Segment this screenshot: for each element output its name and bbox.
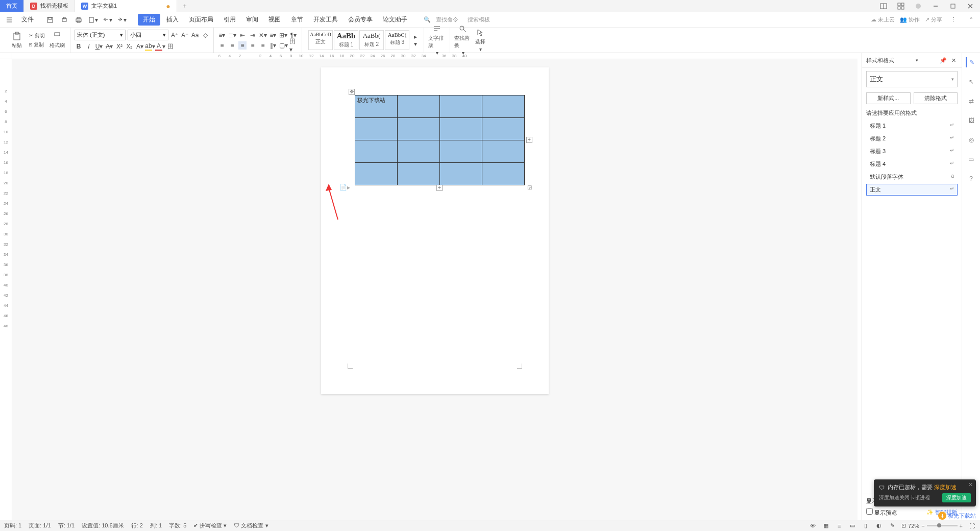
show-preview-checkbox[interactable]: 显示预览 <box>866 508 897 517</box>
menu-review[interactable]: 审阅 <box>242 13 262 26</box>
gear-icon[interactable]: ✎ <box>888 522 896 530</box>
print-icon[interactable] <box>72 14 85 26</box>
panel-pin-icon[interactable]: 📌 <box>939 56 947 64</box>
bullets-icon[interactable]: ≡▾ <box>218 31 226 39</box>
italic-icon[interactable]: I <box>85 42 93 51</box>
zoom-out-icon[interactable]: − <box>921 523 924 529</box>
tab-templates[interactable]: D 找稻壳模板 <box>24 0 75 12</box>
share-button[interactable]: ↗分享 <box>925 16 942 23</box>
strip-help-icon[interactable]: ? <box>966 174 976 184</box>
strip-pencil-icon[interactable]: ✎ <box>966 57 976 67</box>
status-page-of[interactable]: 页面: 1/1 <box>29 522 51 529</box>
layout-mode-icon[interactable] <box>877 1 890 12</box>
format-painter-button[interactable]: 格式刷 <box>48 32 66 49</box>
print-preview-icon[interactable] <box>58 14 70 26</box>
text-effect-icon[interactable]: A▾ <box>136 42 144 51</box>
table-cell[interactable] <box>398 95 440 118</box>
menu-view[interactable]: 视图 <box>264 13 285 26</box>
panel-close-icon[interactable]: ✕ <box>949 56 958 64</box>
align-justify-icon[interactable]: ≡ <box>249 41 257 50</box>
font-color-icon[interactable]: A▾ <box>156 42 164 51</box>
redo-icon[interactable]: ▾ <box>115 14 128 26</box>
new-style-button[interactable]: 新样式... <box>866 92 911 104</box>
menu-start[interactable]: 开始 <box>138 14 160 26</box>
table-cell[interactable] <box>440 140 482 163</box>
menu-dev-tools[interactable]: 开发工具 <box>309 13 342 26</box>
clear-format-button[interactable]: 清除格式 <box>914 92 958 104</box>
bold-icon[interactable]: B <box>75 42 83 51</box>
zoom-in-icon[interactable]: + <box>960 523 963 529</box>
clear-format-icon[interactable]: ◇ <box>201 31 209 39</box>
hamburger-icon[interactable] <box>3 14 15 26</box>
status-section[interactable]: 节: 1/1 <box>58 522 75 529</box>
collapse-ribbon-icon[interactable]: ⌃ <box>965 14 977 26</box>
view-focus-icon[interactable]: ◐ <box>875 522 883 530</box>
table-cell[interactable] <box>355 140 398 163</box>
strip-target-icon[interactable]: ◎ <box>966 135 976 145</box>
menu-paper[interactable]: 论文助手 <box>379 13 411 26</box>
table-cell[interactable]: 极光下载站 <box>355 95 398 118</box>
table-cell[interactable] <box>398 163 440 185</box>
add-tab-button[interactable]: ＋ <box>177 0 192 12</box>
strip-book-icon[interactable]: ▭ <box>966 154 976 164</box>
table-cell[interactable] <box>398 118 440 140</box>
tab-icon[interactable]: ⊞▾ <box>279 31 287 39</box>
status-words[interactable]: 字数: 5 <box>169 522 186 529</box>
style-list-item[interactable]: 默认段落字体a <box>866 171 958 183</box>
fullscreen-icon[interactable]: ⛶ <box>968 522 976 530</box>
style-gallery-h3[interactable]: AaBbC(标题 3 <box>385 30 409 50</box>
vertical-ruler[interactable]: 2468101214161820222426283032343638404244… <box>0 59 12 520</box>
font-size-combo[interactable]: 小四▾ <box>128 30 168 40</box>
strip-settings-icon[interactable]: ⇄ <box>966 96 976 106</box>
view-read-icon[interactable]: ▯ <box>862 522 870 530</box>
style-gallery-normal[interactable]: AaBbCcD正文 <box>308 30 333 50</box>
grow-font-icon[interactable]: A⁺ <box>170 31 179 39</box>
change-case-icon[interactable]: Aa <box>191 31 199 39</box>
strip-arrow-icon[interactable]: ↖ <box>966 77 976 87</box>
subscript-icon[interactable]: X₂ <box>126 42 134 51</box>
align-dist-icon[interactable]: ≡▾ <box>269 31 277 39</box>
tab-home[interactable]: 首页 <box>0 0 24 12</box>
table-cell[interactable] <box>398 140 440 163</box>
style-gallery-more-icon[interactable]: ▸▾ <box>411 36 420 44</box>
table-cell[interactable] <box>440 95 482 118</box>
style-list-item[interactable]: 标题 3↵ <box>866 146 958 157</box>
current-style-display[interactable]: 正文▾ <box>866 71 958 87</box>
highlight-icon[interactable]: ab▾ <box>146 42 154 51</box>
style-list-item[interactable]: 正文↵ <box>866 184 958 196</box>
document-canvas[interactable]: ✥ 极光下载站 + + ◲ 📄▸ <box>12 59 857 520</box>
toast-close-icon[interactable]: ✕ <box>968 481 973 488</box>
style-gallery-h1[interactable]: AaBb标题 1 <box>334 30 358 50</box>
status-page-num[interactable]: 页码: 1 <box>4 522 21 529</box>
save-icon[interactable] <box>44 14 56 26</box>
table-move-handle-icon[interactable]: ✥ <box>349 89 355 95</box>
zoom-control[interactable]: ⊡ 72% − + <box>901 522 963 529</box>
horizontal-ruler[interactable]: 642246810121416182022242628303234363840 <box>12 53 857 59</box>
view-outline-icon[interactable]: ≡ <box>835 522 843 530</box>
table-cell[interactable] <box>482 163 525 185</box>
table-cell[interactable] <box>482 118 525 140</box>
command-search[interactable]: 🔍 查找命令 搜索模板 <box>424 16 490 23</box>
minimize-button[interactable] <box>929 1 942 12</box>
menu-page-layout[interactable]: 页面布局 <box>185 13 217 26</box>
table-add-col-handle-icon[interactable]: + <box>526 137 532 143</box>
zoom-fit-icon[interactable]: ⊡ <box>901 522 906 529</box>
strip-image-icon[interactable]: 🖼 <box>966 115 976 126</box>
document-table[interactable]: 极光下载站 <box>355 95 525 185</box>
apps-icon[interactable] <box>894 1 908 12</box>
align-left-icon[interactable]: ≡ <box>218 41 226 50</box>
style-list-item[interactable]: 标题 1↵ <box>866 120 958 132</box>
view-print-icon[interactable]: ▦ <box>822 522 830 530</box>
line-spacing-icon[interactable]: ‖▾ <box>269 41 277 50</box>
style-gallery-h2[interactable]: AaBb(标题 2 <box>359 30 384 50</box>
style-list-item[interactable]: 标题 2↵ <box>866 133 958 144</box>
menu-member[interactable]: 会员专享 <box>344 13 377 26</box>
align-right-icon[interactable]: ≡ <box>238 41 247 50</box>
shading-icon[interactable]: ▢▾ <box>279 41 287 50</box>
table-cell[interactable] <box>482 95 525 118</box>
style-list-item[interactable]: 标题 4↵ <box>866 158 958 170</box>
table-cell[interactable] <box>482 140 525 163</box>
export-icon[interactable]: ▾ <box>87 14 99 26</box>
strike-icon[interactable]: A▾ <box>105 42 113 51</box>
underline-icon[interactable]: U▾ <box>95 42 103 51</box>
